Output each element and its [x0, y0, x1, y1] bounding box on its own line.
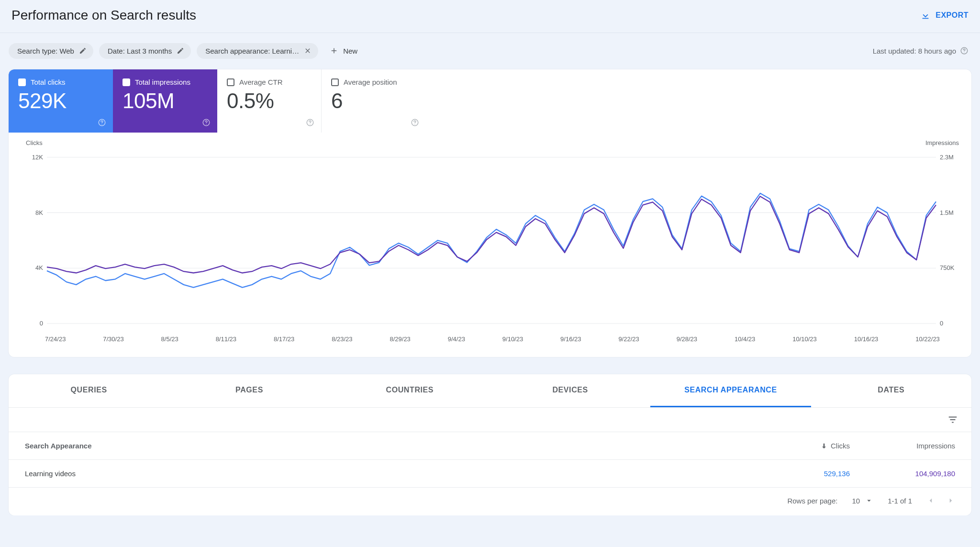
filter-chip-label: Search type: Web [17, 47, 74, 55]
svg-text:2.3M: 2.3M [940, 153, 954, 160]
filter-bar: Search type: WebDate: Last 3 monthsSearc… [0, 33, 980, 69]
filter-chip[interactable]: Search type: Web [9, 43, 93, 59]
help-icon[interactable] [306, 118, 314, 127]
cell-name: Learning videos [25, 469, 754, 478]
column-header-impressions[interactable]: Impressions [850, 442, 955, 450]
metric-tile-average-position[interactable]: Average position6 [322, 69, 426, 133]
svg-point-7 [310, 124, 310, 124]
metric-label: Total impressions [135, 78, 190, 86]
filter-chip-label: Date: Last 3 months [108, 47, 172, 55]
chevron-down-icon [865, 496, 873, 505]
svg-text:0: 0 [40, 320, 43, 327]
dimension-table-card: QUERIESPAGESCOUNTRIESDEVICESSEARCH APPEA… [9, 374, 971, 515]
filter-chip-label: Search appearance: Learni… [205, 47, 299, 55]
export-label: EXPORT [935, 11, 969, 20]
tab-search-appearance[interactable]: SEARCH APPEARANCE [650, 374, 811, 407]
pager-prev-icon[interactable] [926, 496, 935, 505]
right-axis-title: Impressions [925, 139, 959, 146]
metric-value: 0.5% [227, 89, 312, 113]
performance-chart-card: Total clicks529KTotal impressions105MAve… [9, 69, 971, 357]
metric-label: Average CTR [239, 78, 283, 86]
rows-per-page-label: Rows per page: [787, 497, 837, 505]
tab-dates[interactable]: DATES [811, 374, 971, 407]
x-tick: 8/11/23 [216, 335, 236, 343]
metric-label: Total clicks [31, 78, 66, 86]
filter-icon[interactable] [947, 414, 958, 425]
page-title: Performance on Search results [11, 8, 196, 23]
x-tick: 8/17/23 [274, 335, 294, 343]
export-button[interactable]: EXPORT [920, 10, 969, 21]
x-tick: 9/22/23 [618, 335, 639, 343]
column-header-clicks[interactable]: Clicks [754, 442, 850, 450]
rows-per-page-select[interactable]: 10 [852, 496, 873, 505]
svg-point-9 [414, 124, 415, 124]
tab-countries[interactable]: COUNTRIES [330, 374, 490, 407]
x-tick: 8/23/23 [332, 335, 352, 343]
svg-point-5 [206, 124, 206, 124]
chart-area: Clicks Impressions 12K2.3M8K1.5M4K750K00… [9, 133, 971, 357]
left-axis-title: Clicks [26, 139, 43, 146]
close-icon [304, 47, 312, 55]
table-header-row: Search Appearance Clicks Impressions [9, 432, 971, 459]
table-toolbar [9, 408, 971, 432]
results-table: Search Appearance Clicks Impressions Lea… [9, 432, 971, 487]
metric-checkbox[interactable] [227, 78, 234, 86]
add-filter-button[interactable]: New [324, 43, 363, 59]
rows-per-page-value: 10 [852, 497, 860, 505]
metric-checkbox[interactable] [18, 78, 26, 86]
x-tick: 10/22/23 [915, 335, 940, 343]
column-header-name[interactable]: Search Appearance [25, 442, 754, 450]
table-row[interactable]: Learning videos529,136104,909,180 [9, 459, 971, 487]
x-tick: 10/16/23 [854, 335, 879, 343]
pager-next-icon[interactable] [947, 496, 955, 505]
x-tick: 9/4/23 [448, 335, 465, 343]
help-icon[interactable] [411, 118, 419, 127]
metric-checkbox[interactable] [122, 78, 130, 86]
filter-chip[interactable]: Date: Last 3 months [99, 43, 191, 59]
help-icon[interactable] [960, 46, 969, 55]
filter-chip[interactable]: Search appearance: Learni… [197, 43, 318, 59]
plus-icon [330, 46, 338, 55]
x-tick: 7/30/23 [103, 335, 123, 343]
metric-checkbox[interactable] [331, 78, 339, 86]
line-chart[interactable]: 12K2.3M8K1.5M4K750K00 [23, 142, 960, 334]
tab-pages[interactable]: PAGES [169, 374, 329, 407]
table-pager: Rows per page: 10 1-1 of 1 [9, 487, 971, 515]
metric-tile-total-clicks[interactable]: Total clicks529K [9, 69, 113, 133]
tab-devices[interactable]: DEVICES [490, 374, 650, 407]
metric-value: 529K [18, 89, 103, 113]
tab-queries[interactable]: QUERIES [9, 374, 169, 407]
new-filter-label: New [343, 47, 357, 55]
pager-range: 1-1 of 1 [888, 497, 912, 505]
help-icon[interactable] [202, 118, 211, 127]
x-tick: 8/5/23 [161, 335, 178, 343]
header-bar: Performance on Search results EXPORT [0, 0, 980, 33]
metric-tiles: Total clicks529KTotal impressions105MAve… [9, 69, 971, 133]
metric-tile-total-impressions[interactable]: Total impressions105M [113, 69, 217, 133]
x-tick: 8/29/23 [390, 335, 410, 343]
last-updated-text: Last updated: 8 hours ago [873, 47, 956, 55]
x-tick: 7/24/23 [45, 335, 66, 343]
svg-text:4K: 4K [35, 264, 43, 271]
pencil-icon [177, 47, 184, 55]
svg-text:750K: 750K [940, 264, 954, 271]
svg-text:0: 0 [940, 320, 943, 327]
x-tick: 10/10/23 [792, 335, 817, 343]
x-tick: 10/4/23 [735, 335, 755, 343]
x-tick: 9/16/23 [560, 335, 581, 343]
last-updated: Last updated: 8 hours ago [873, 46, 969, 55]
pencil-icon [79, 47, 87, 55]
x-tick: 9/28/23 [677, 335, 697, 343]
x-tick: 9/10/23 [502, 335, 523, 343]
svg-point-1 [964, 52, 964, 53]
metric-tile-average-ctr[interactable]: Average CTR0.5% [217, 69, 322, 133]
sort-descending-icon [820, 442, 828, 450]
cell-impressions: 104,909,180 [915, 469, 955, 478]
svg-text:1.5M: 1.5M [940, 209, 954, 216]
help-icon[interactable] [98, 118, 106, 127]
metric-label: Average position [344, 78, 397, 86]
x-axis-ticks: 7/24/237/30/238/5/238/11/238/17/238/23/2… [23, 335, 960, 343]
tabs: QUERIESPAGESCOUNTRIESDEVICESSEARCH APPEA… [9, 374, 971, 408]
svg-text:12K: 12K [32, 153, 43, 160]
filter-chips: Search type: WebDate: Last 3 monthsSearc… [9, 43, 363, 59]
